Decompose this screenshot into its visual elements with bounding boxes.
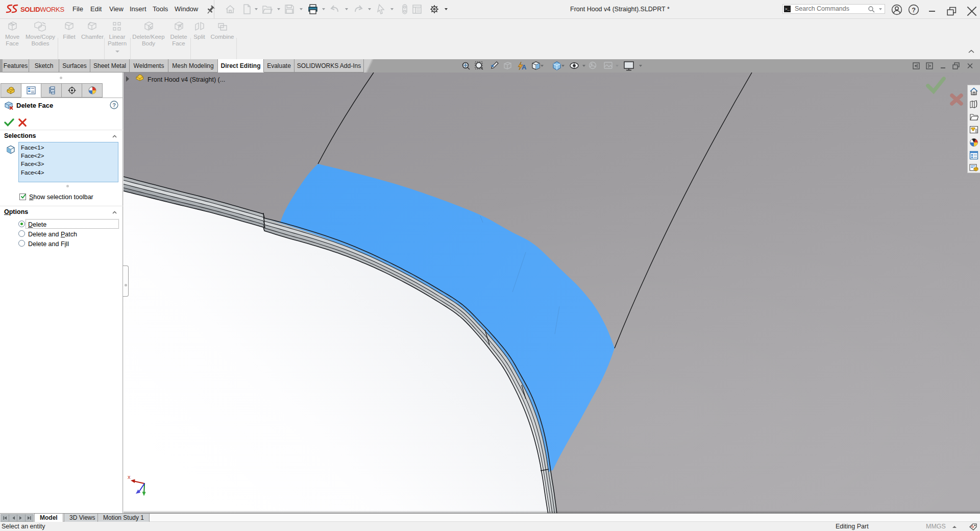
svg-text:Front Hood v4 (Straight) (...: Front Hood v4 (Straight) (... xyxy=(148,76,225,83)
svg-text:x: x xyxy=(128,474,131,480)
svg-text:A: A xyxy=(522,63,527,71)
svg-text:SOLIDWORKS: SOLIDWORKS xyxy=(20,6,64,13)
svg-text:?: ? xyxy=(112,102,116,108)
svg-text:?: ? xyxy=(912,7,916,14)
